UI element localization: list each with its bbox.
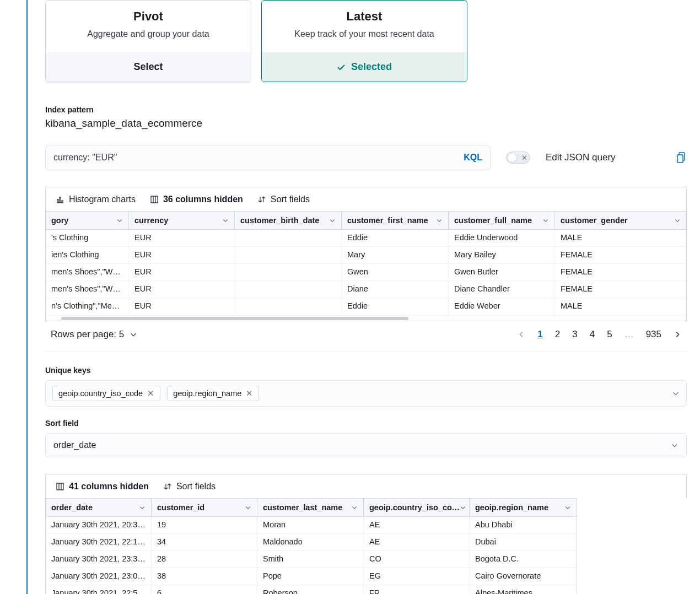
- chevron-down-icon: [245, 504, 251, 511]
- table-row[interactable]: men's Shoes","Wom...EURDianeDiane Chandl…: [46, 281, 686, 298]
- chevron-down-icon: [130, 331, 137, 338]
- table-cell: 34: [152, 534, 257, 550]
- sort-field-select[interactable]: order_date: [45, 433, 687, 457]
- table-row[interactable]: January 30th 2021, 20:32...19MoranAEAbu …: [46, 517, 577, 534]
- table-cell: 19: [152, 517, 257, 533]
- chevron-down-icon: [436, 217, 443, 224]
- page-number[interactable]: 1: [537, 329, 542, 340]
- unique-keys-input[interactable]: geoip.country_iso_code✕geoip.region_name…: [45, 380, 687, 407]
- remove-chip-icon[interactable]: ✕: [147, 389, 154, 398]
- page-number[interactable]: 935: [646, 329, 661, 340]
- table-cell: 28: [152, 551, 257, 568]
- table-cell: EUR: [129, 264, 235, 280]
- columns-icon: [56, 482, 64, 491]
- chevron-down-icon: [460, 504, 466, 511]
- table-cell: Diane: [342, 281, 449, 298]
- page-number[interactable]: 3: [572, 329, 577, 340]
- table-cell: Eddie: [342, 230, 449, 246]
- latest-selected-button[interactable]: Selected: [262, 52, 467, 82]
- table-row[interactable]: January 30th 2021, 23:31...28SmithCOBogo…: [46, 551, 577, 568]
- table-row[interactable]: January 30th 2021, 22:50...6RobersonFRAl…: [46, 585, 577, 594]
- prev-page-button[interactable]: [518, 331, 525, 338]
- table-row[interactable]: January 30th 2021, 23:06...38PopeEGCairo…: [46, 568, 577, 585]
- table-row[interactable]: men's Shoes","Wom...EURGwenGwen ButlerFE…: [46, 264, 686, 281]
- remove-chip-icon[interactable]: ✕: [246, 389, 253, 398]
- table-cell: 6: [152, 585, 257, 594]
- table-cell: MALE: [555, 298, 686, 315]
- table-cell: Eddie: [342, 298, 449, 315]
- sort-fields-button-2[interactable]: Sort fields: [163, 482, 216, 492]
- table-row[interactable]: January 30th 2021, 22:16...34MaldonadoAE…: [46, 534, 577, 551]
- query-input[interactable]: [53, 153, 464, 163]
- columns-hidden-button-2[interactable]: 41 columns hidden: [56, 482, 149, 492]
- pivot-card[interactable]: Pivot Aggregate and group your data Sele…: [45, 0, 251, 82]
- expand-chevron-icon[interactable]: [672, 390, 680, 397]
- sort-icon: [163, 482, 172, 491]
- table-cell: Abu Dhabi: [470, 517, 577, 533]
- query-bar[interactable]: KQL: [45, 145, 491, 170]
- table-cell: Mary Bailey: [449, 247, 555, 263]
- check-icon: [337, 63, 346, 72]
- grid1-toolbar: Histogram charts 36 columns hidden Sort …: [45, 187, 687, 211]
- table-cell: [235, 298, 342, 315]
- column-header[interactable]: order_date: [46, 499, 152, 516]
- latest-desc: Keep track of your most recent data: [271, 29, 458, 39]
- table-cell: MALE: [555, 230, 686, 246]
- column-header[interactable]: geoip.country_iso_co…: [364, 499, 470, 516]
- table-cell: Alpes-Maritimes: [470, 585, 577, 594]
- table-cell: [235, 264, 342, 280]
- table-cell: Roberson: [257, 585, 364, 594]
- table-cell: men's Shoes","Wom...: [46, 264, 129, 280]
- column-header[interactable]: customer_full_name: [449, 212, 555, 229]
- chevron-down-icon: [564, 504, 571, 511]
- table-row[interactable]: n's Clothing","Men's ...EUREddieEddie We…: [46, 298, 686, 315]
- column-header[interactable]: currency: [129, 212, 235, 229]
- page-number[interactable]: 5: [607, 329, 612, 340]
- page-number[interactable]: 2: [555, 329, 560, 340]
- chevron-left-icon: [518, 331, 525, 338]
- latest-title: Latest: [271, 9, 458, 24]
- page-number[interactable]: 4: [590, 329, 595, 340]
- columns-hidden-button[interactable]: 36 columns hidden: [150, 195, 243, 204]
- query-lang-button[interactable]: KQL: [464, 153, 482, 163]
- table-cell: Dubai: [470, 534, 577, 550]
- pivot-select-button[interactable]: Select: [46, 52, 251, 82]
- preview-data-grid: order_datecustomer_idcustomer_last_nameg…: [45, 498, 577, 594]
- table-cell: Moran: [257, 517, 364, 533]
- edit-json-toggle[interactable]: ✕: [506, 152, 530, 164]
- table-cell: men's Shoes","Wom...: [46, 281, 129, 298]
- table-cell: 's Clothing: [46, 230, 129, 246]
- table-row[interactable]: ien's ClothingEURMaryMary BaileyFEMALE: [46, 247, 686, 264]
- unique-key-chip[interactable]: geoip.region_name✕: [167, 386, 259, 401]
- column-header[interactable]: customer_gender: [555, 212, 686, 229]
- table-cell: January 30th 2021, 23:31...: [46, 551, 152, 568]
- sort-field-value: order_date: [53, 440, 96, 450]
- unique-key-chip[interactable]: geoip.country_iso_code✕: [52, 386, 160, 401]
- latest-card[interactable]: Latest Keep track of your most recent da…: [261, 0, 467, 82]
- table-row[interactable]: 's ClothingEUREddieEddie UnderwoodMALE: [46, 230, 686, 247]
- table-cell: EUR: [129, 247, 235, 263]
- chevron-down-icon: [674, 217, 681, 224]
- column-header[interactable]: customer_first_name: [342, 212, 449, 229]
- ellipsis: …: [624, 329, 634, 340]
- column-header[interactable]: geoip.region_name: [470, 499, 577, 516]
- histogram-charts-button[interactable]: Histogram charts: [56, 195, 136, 204]
- table-cell: AE: [364, 517, 470, 533]
- table-cell: FEMALE: [555, 281, 686, 298]
- copy-clipboard-icon[interactable]: [677, 152, 687, 163]
- table-cell: [235, 230, 342, 246]
- next-page-button[interactable]: [674, 331, 681, 338]
- rows-per-page-select[interactable]: Rows per page: 5: [51, 329, 137, 340]
- column-header[interactable]: customer_last_name: [257, 499, 364, 516]
- sort-field-label: Sort field: [45, 419, 687, 428]
- table-cell: Smith: [257, 551, 364, 568]
- table-cell: EUR: [129, 281, 235, 298]
- chevron-down-icon: [351, 504, 358, 511]
- column-header[interactable]: customer_birth_date: [235, 212, 342, 229]
- column-header[interactable]: gory: [46, 212, 129, 229]
- table-cell: FEMALE: [555, 247, 686, 263]
- table-cell: EUR: [129, 298, 235, 315]
- sort-fields-button[interactable]: Sort fields: [257, 195, 310, 204]
- horizontal-scrollbar[interactable]: [46, 315, 686, 321]
- column-header[interactable]: customer_id: [152, 499, 257, 516]
